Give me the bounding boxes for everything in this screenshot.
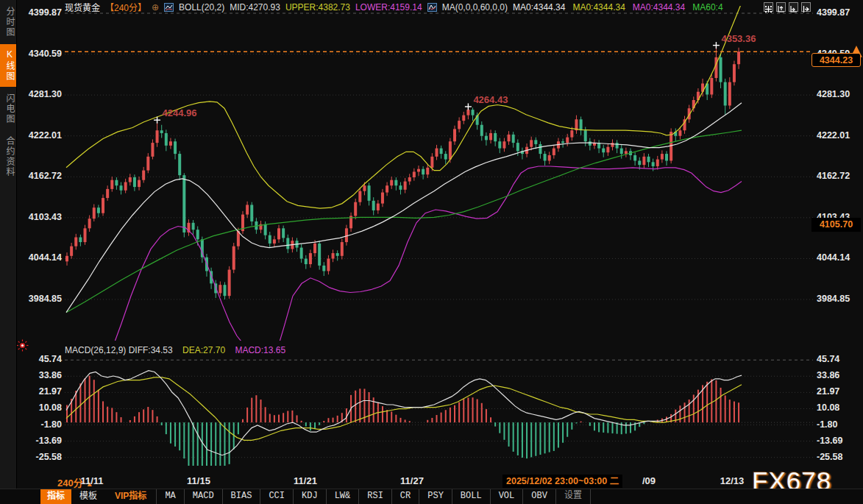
toolbar-item-MA[interactable]: MA: [156, 489, 183, 504]
crosshair-date-tooltip: 2025/12/02 23:00~03:00 二: [502, 475, 622, 488]
axis-tick-label: 4162.72: [817, 171, 861, 181]
axis-tick-label: 4103.43: [24, 212, 62, 222]
boll-indicator-icon[interactable]: [164, 3, 174, 12]
macd-header: MACD(26,12,9) DIFF:34.53 DEA:27.70 MACD:…: [65, 345, 285, 355]
axis-tick-label: -25.58: [817, 452, 861, 462]
macd-hist-value: MACD:13.65: [235, 345, 285, 355]
ma-value-3: MA0:4344.34: [633, 2, 685, 13]
ma-params: MA(0,0,0,60,0,0): [442, 2, 508, 13]
axis-tick-label: 45.74: [817, 354, 861, 364]
chart-type-sidebar: 分时图K线图闪电图合约资料: [0, 0, 17, 489]
ma-indicator-icon[interactable]: [427, 3, 437, 12]
toolbar-item-指标[interactable]: 指标: [40, 489, 71, 504]
period-label[interactable]: 【240分】: [105, 1, 146, 13]
axis-tick-label: 10.08: [817, 402, 861, 413]
axis-tick-label: 45.74: [24, 354, 62, 364]
toolbar-item-CCI[interactable]: CCI: [260, 489, 293, 504]
axis-tick-label: -13.69: [817, 436, 861, 446]
ma-value-2: MA0:4344.34: [572, 2, 625, 13]
symbol-name: 现货黄金: [65, 1, 100, 13]
move-crosshair-icon[interactable]: [764, 2, 773, 12]
axis-tick-label: -1.80: [817, 419, 861, 430]
sidebar-tab-1[interactable]: 分时图: [0, 1, 16, 43]
last-price-box: 4344.23: [811, 53, 861, 67]
toolbar-item-设置[interactable]: 设置: [555, 489, 591, 504]
ma-value-1: MA0:4344.34: [513, 2, 565, 13]
axis-tick-label: 4399.87: [24, 7, 62, 18]
sidebar-tab-2[interactable]: K线图: [0, 44, 16, 87]
axis-tick-label: 4399.87: [817, 7, 861, 18]
scale-x-axis-icon[interactable]: [789, 2, 798, 12]
sidebar-tab-3[interactable]: 闪电图: [0, 88, 16, 129]
indicator-toolbar: 指标模板VIP指标MAMACDBIASCCIKDJLW&RSICRPSYBOLL…: [0, 489, 863, 504]
boll-params: BOLL(20,2): [179, 2, 224, 13]
x-axis-date-label: 11/21: [294, 475, 317, 486]
axis-tick-label: 4044.14: [817, 252, 861, 263]
axis-tick-label: 3984.85: [817, 294, 861, 304]
toolbar-item-KDJ[interactable]: KDJ: [293, 489, 326, 504]
x-axis-date-label: 11/11: [80, 475, 103, 486]
scale-y-axis-icon[interactable]: [776, 2, 786, 12]
svg-text:4353.36: 4353.36: [721, 33, 756, 44]
expand-pane-icon[interactable]: [801, 2, 811, 12]
toolbar-item-OBV[interactable]: OBV: [522, 489, 555, 504]
toolbar-item-CR[interactable]: CR: [391, 489, 419, 504]
axis-tick-label: 10.08: [24, 402, 62, 413]
axis-tick-label: 4162.72: [24, 171, 62, 181]
axis-tick-label: -1.80: [24, 419, 62, 430]
chart-window-controls: [764, 2, 811, 12]
svg-text:4264.43: 4264.43: [473, 94, 508, 105]
link-toggle-icon[interactable]: ⊕: [152, 2, 159, 13]
x-axis-date-label: 11/15: [187, 475, 210, 486]
toolbar-item-模板[interactable]: 模板: [73, 489, 104, 504]
axis-tick-label: 4281.30: [24, 89, 62, 99]
axis-tick-label: 3984.85: [24, 294, 62, 304]
ma-values: MA0:4344.34MA0:4344.34MA0:4344.34MA60:4: [513, 2, 723, 13]
axis-tick-label: 4340.59: [24, 49, 62, 59]
toolbar-item-BIAS[interactable]: BIAS: [222, 489, 260, 504]
boll-mid-value: MID:4270.93: [230, 2, 280, 13]
toolbar-item-BOLL[interactable]: BOLL: [452, 489, 490, 504]
toolbar-item-MACD[interactable]: MACD: [184, 489, 222, 504]
toolbar-item-LW&[interactable]: LW&: [326, 489, 359, 504]
axis-tick-label: 21.97: [817, 386, 861, 397]
axis-tick-label: 4222.01: [817, 130, 861, 141]
x-axis-date-label: 12/13: [720, 475, 745, 486]
macd-dea-value: DEA:27.70: [182, 345, 225, 355]
axis-tick-label: 33.86: [817, 370, 861, 380]
x-axis-row: 240分▲ 11/1111/1511/2111/2712/13 2025/12/…: [0, 475, 863, 489]
axis-tick-label: 33.86: [24, 370, 62, 380]
toolbar-item-PSY[interactable]: PSY: [419, 489, 452, 504]
trading-app-window: 4244.964264.434353.36 分时图K线图闪电图合约资料 现货黄金…: [0, 0, 863, 504]
axis-tick-label: 21.97: [24, 386, 62, 397]
date-label-partial: /09: [642, 475, 656, 486]
candlestick-chart-canvas[interactable]: 4244.964264.434353.36: [0, 0, 863, 504]
axis-tick-label: -13.69: [24, 436, 62, 446]
toolbar-item-VIP指标[interactable]: VIP指标: [108, 489, 153, 504]
axis-tick-label: 4281.30: [817, 89, 861, 99]
axis-tick-label: -25.58: [24, 452, 62, 462]
axis-tick-label: 4222.01: [24, 130, 62, 141]
secondary-price-box: 4105.70: [811, 218, 861, 232]
toolbar-item-VOL[interactable]: VOL: [490, 489, 523, 504]
toolbar-item-RSI[interactable]: RSI: [358, 489, 391, 504]
boll-upper-value: UPPER:4382.73: [285, 2, 350, 13]
x-axis-date-label: 11/27: [400, 475, 424, 486]
sidebar-tab-4[interactable]: 合约资料: [0, 131, 16, 182]
macd-diff-value: MACD(26,12,9) DIFF:34.53: [65, 345, 173, 355]
alarm-indicator-icon[interactable]: [16, 339, 29, 355]
svg-text:4244.96: 4244.96: [163, 107, 197, 118]
ma-value-4: MA60:4: [692, 2, 722, 13]
axis-tick-label: 4044.14: [24, 252, 62, 263]
boll-lower-value: LOWER:4159.14: [355, 2, 422, 13]
chart-header: 现货黄金 【240分】 ⊕ BOLL(20,2) MID:4270.93 UPP…: [65, 1, 723, 13]
